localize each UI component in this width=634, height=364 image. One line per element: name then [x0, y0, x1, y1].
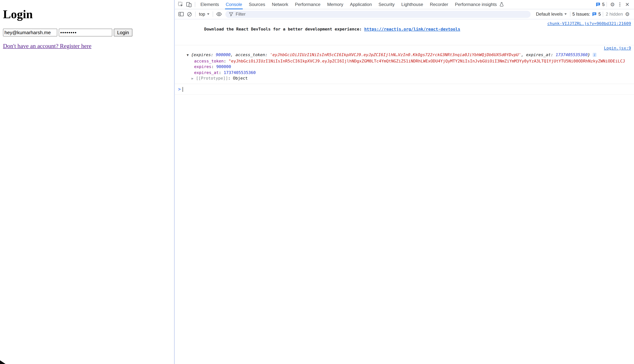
tab-console[interactable]: Console — [222, 0, 246, 9]
log-source-line: Login.jsx:9 — [175, 46, 634, 52]
object-prototype-row[interactable]: ▶ [[Prototype]]: Object — [175, 76, 634, 82]
inspect-element-button[interactable] — [177, 1, 185, 8]
console-info-message: Download the React DevTools for a better… — [175, 19, 634, 45]
login-button[interactable]: Login — [114, 29, 132, 36]
log-levels-selector[interactable]: Default levels — [534, 12, 568, 17]
sidebar-panel-icon — [178, 11, 184, 17]
tab-security[interactable]: Security — [375, 0, 398, 9]
register-link[interactable]: Don't have an account? Register here — [3, 43, 92, 49]
issues-bubble-icon — [592, 12, 597, 17]
clear-console-button[interactable] — [185, 10, 193, 18]
close-devtools-button[interactable]: ✕ — [624, 1, 631, 8]
react-devtools-link[interactable]: https://reactjs.org/link/react-devtools — [364, 27, 460, 32]
gear-icon: ⚙ — [610, 2, 615, 8]
flask-icon — [499, 2, 504, 7]
object-property-expires-at[interactable]: expires_at: 1737405535360 — [175, 70, 634, 76]
device-toolbar-button[interactable] — [185, 1, 193, 8]
tab-performance[interactable]: Performance — [292, 0, 324, 9]
text-cursor — [182, 87, 183, 92]
separator — [195, 2, 195, 7]
more-options-button[interactable] — [616, 1, 624, 8]
object-property-access-token[interactable]: access_token: "eyJhbGciOiJIUzI1NiIsInR5c… — [175, 58, 634, 64]
issues-counter[interactable]: 5 — [596, 2, 604, 7]
tab-recorder[interactable]: Recorder — [426, 0, 452, 9]
tab-sources[interactable]: Sources — [246, 0, 268, 9]
chevron-down-icon — [207, 14, 209, 15]
corner-overlay — [0, 360, 6, 364]
console-messages: Download the React DevTools for a better… — [175, 19, 634, 95]
browser-window: Login Login Don't have an account? Regis… — [0, 0, 634, 364]
tab-application[interactable]: Application — [346, 0, 375, 9]
close-icon: ✕ — [625, 2, 629, 8]
separator — [606, 2, 607, 7]
separator — [212, 12, 213, 17]
page-title: Login — [3, 8, 171, 21]
web-page-login: Login Login Don't have an account? Regis… — [0, 0, 174, 364]
info-message-text: Download the React DevTools for a better… — [204, 27, 364, 32]
devtools-tabbar: Elements Console Sources Network Perform… — [175, 0, 634, 9]
tab-network[interactable]: Network — [268, 0, 292, 9]
eye-icon — [216, 11, 222, 17]
inspect-cursor-icon — [178, 2, 184, 8]
filter-input[interactable] — [236, 12, 527, 17]
devtools-panel: Elements Console Sources Network Perform… — [175, 0, 634, 364]
live-expression-button[interactable] — [215, 10, 223, 18]
gear-icon: ⚙ — [625, 11, 630, 17]
info-badge-icon: i — [592, 53, 597, 57]
tab-performance-insights[interactable]: Performance insights — [452, 0, 508, 9]
clear-console-icon — [186, 11, 192, 17]
separator — [195, 12, 196, 17]
console-filter[interactable] — [225, 10, 531, 18]
console-settings-button[interactable]: ⚙ — [624, 10, 631, 18]
device-toolbar-icon — [186, 2, 192, 8]
object-property-expires[interactable]: expires: 900000 — [175, 64, 634, 70]
issues-status[interactable]: 5 Issues: 5 — [572, 12, 601, 17]
chevron-down-icon — [564, 14, 567, 15]
console-toolbar: top Default levels — [175, 9, 634, 19]
register-paragraph: Don't have an account? Register here — [3, 43, 171, 50]
login-form: Login — [3, 29, 171, 36]
issues-bubble-icon — [596, 2, 601, 7]
kebab-menu-icon — [617, 2, 622, 7]
source-link-login[interactable]: Login.jsx:9 — [604, 46, 631, 50]
separator — [570, 12, 570, 17]
password-field[interactable] — [59, 29, 112, 36]
tab-memory[interactable]: Memory — [324, 0, 347, 9]
console-sidebar-toggle[interactable] — [177, 10, 185, 18]
prompt-chevron-icon: > — [178, 87, 181, 92]
tab-elements[interactable]: Elements — [197, 0, 222, 9]
console-log-object: Login.jsx:9 ▼ {expires: 900000, access_t… — [175, 45, 634, 84]
separator — [603, 12, 603, 17]
context-selector[interactable]: top — [198, 12, 211, 17]
object-preview[interactable]: ▼ {expires: 900000, access_token: 'eyJhb… — [175, 52, 634, 58]
email-field[interactable] — [3, 29, 57, 36]
tab-lighthouse[interactable]: Lighthouse — [398, 0, 426, 9]
source-link-chunk[interactable]: chunk-VIJJTZRL.js?v=960bd321:21609 — [547, 21, 631, 26]
hidden-messages-label[interactable]: 2 hidden — [606, 12, 623, 17]
filter-funnel-icon — [228, 12, 233, 16]
console-prompt[interactable]: > — [175, 84, 634, 95]
settings-button[interactable]: ⚙ — [609, 1, 616, 8]
